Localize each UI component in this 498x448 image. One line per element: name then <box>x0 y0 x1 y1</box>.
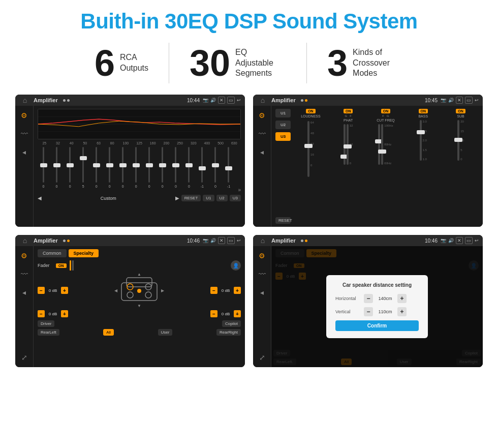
eq-prev-btn[interactable]: ◀ <box>38 195 42 201</box>
slider-thumb-7 <box>119 163 127 167</box>
bass-track[interactable] <box>420 120 422 161</box>
eq-u1-btn[interactable]: U1 <box>203 195 214 201</box>
fader-on-toggle[interactable]: ON <box>56 263 67 268</box>
stat-crossover: 3 Kinds ofCrossover Modes <box>307 45 424 81</box>
vol-down-icon-2[interactable]: ◂ <box>257 146 268 158</box>
eq-reset-btn[interactable]: RESET <box>181 195 201 201</box>
eq-slider-15[interactable]: -1 <box>223 147 234 193</box>
bat-icon: ▭ <box>465 97 473 104</box>
rearleft-btn[interactable]: RearLeft <box>38 329 59 336</box>
preset-u2-btn[interactable]: U2 <box>275 121 291 129</box>
slider-val-2: 0 <box>56 185 58 188</box>
vol-icon-4: 🔊 <box>448 238 454 243</box>
fader-time: 10:46 <box>187 238 200 244</box>
horizontal-label: Horizontal <box>335 296 361 301</box>
vertical-minus-btn[interactable]: − <box>364 307 373 316</box>
eq-icon-4[interactable]: ⚙ <box>257 250 268 261</box>
eq-slider-4[interactable]: 5 <box>77 147 89 193</box>
sub-track[interactable] <box>457 120 459 161</box>
horizontal-minus-btn[interactable]: − <box>364 294 373 303</box>
eq-slider-1[interactable]: 0 <box>38 147 49 193</box>
specialty-tab[interactable]: Specialty <box>69 249 99 257</box>
eq-preset-label: Custom <box>44 196 173 201</box>
fader-user-icon[interactable]: 👤 <box>231 260 241 271</box>
eq-slider-7[interactable]: 0 <box>117 147 129 193</box>
volume-down-icon[interactable]: ◂ <box>19 146 30 158</box>
svg-rect-5 <box>127 278 152 287</box>
slider-thumb-3 <box>67 163 74 167</box>
db-plus-1[interactable]: + <box>61 287 68 294</box>
db-minus-1[interactable]: − <box>38 287 45 294</box>
eq-slider-2[interactable]: 0 <box>51 147 63 193</box>
eq-u3-btn[interactable]: U3 <box>230 195 241 201</box>
eq-slider-14[interactable]: 0 <box>209 147 221 193</box>
eq-next-btn[interactable]: ▶ <box>175 195 179 201</box>
slider-val-7: 0 <box>122 185 124 188</box>
eq-slider-10[interactable]: 0 <box>157 147 168 193</box>
phat-thumb-f <box>344 144 352 148</box>
rearright-btn[interactable]: RearRight <box>216 329 241 336</box>
eq-slider-3[interactable]: 0 <box>64 147 76 193</box>
db-plus-2[interactable]: + <box>61 310 68 317</box>
preset-u3-btn[interactable]: U3 <box>275 132 291 141</box>
db-minus-r1[interactable]: − <box>210 287 217 294</box>
eq-slider-6[interactable]: 0 <box>104 147 115 193</box>
vertical-plus-btn[interactable]: + <box>397 307 407 316</box>
user-btn[interactable]: User <box>158 329 173 336</box>
freq-630: 630 <box>227 141 241 145</box>
cutfreq-track1[interactable] <box>378 124 380 165</box>
expand-icon-3[interactable]: ⤢ <box>19 352 30 363</box>
confirm-button[interactable]: Confirm <box>335 320 419 331</box>
copilot-btn[interactable]: Copilot <box>222 320 241 327</box>
db-plus-r1[interactable]: + <box>234 287 241 294</box>
common-tab[interactable]: Common <box>38 249 67 257</box>
back-icon-3: ↩ <box>237 238 241 243</box>
all-btn[interactable]: All <box>103 329 114 336</box>
loudness-title: LOUDNESS <box>301 114 321 118</box>
ddot2 <box>305 240 307 242</box>
fader-status-dots <box>63 240 70 242</box>
wave-icon-4[interactable]: 〰 <box>257 268 268 280</box>
cutfreq-track2[interactable] <box>381 124 383 165</box>
db-minus-r2[interactable]: − <box>210 310 217 317</box>
driver-btn[interactable]: Driver <box>38 320 54 327</box>
loudness-track[interactable] <box>307 121 309 177</box>
slider-track-14 <box>214 147 216 183</box>
crossover-main: U1 U2 U3 RESET ON LOUDNES <box>271 106 483 227</box>
distance-time: 10:46 <box>425 238 438 244</box>
eq-icon-2[interactable]: ⚙ <box>257 110 268 121</box>
stat-label-eq: EQ AdjustableSegments <box>235 47 286 79</box>
crossover-sidebar: ⚙ 〰 ◂ <box>253 106 271 227</box>
phat-track-f[interactable] <box>347 124 349 165</box>
eq-slider-11[interactable]: 0 <box>170 147 181 193</box>
db-minus-2[interactable]: − <box>38 310 45 317</box>
eq-slider-13[interactable]: -1 <box>196 147 208 193</box>
dialog-title: Car speaker distance setting <box>335 282 419 288</box>
slider-val-10: 0 <box>162 185 164 188</box>
stats-row: 6 RCAOutputs 30 EQ AdjustableSegments 3 … <box>15 43 483 83</box>
preset-u1-btn[interactable]: U1 <box>275 109 291 117</box>
stat-number-rca: 6 <box>95 45 115 81</box>
eq-slider-12[interactable]: 0 <box>183 147 195 193</box>
crossover-reset-btn[interactable]: RESET <box>275 217 291 224</box>
eq-u2-btn[interactable]: U2 <box>216 195 228 201</box>
eq-slider-9[interactable]: 0 <box>143 147 155 193</box>
wave-icon-3[interactable]: 〰 <box>19 268 30 280</box>
wave-icon-2[interactable]: 〰 <box>257 128 268 139</box>
slider-thumb-1 <box>40 163 47 167</box>
eq-icon-3[interactable]: ⚙ <box>19 250 30 261</box>
expand-icon-4[interactable]: ⤢ <box>257 352 268 363</box>
db-plus-r2[interactable]: + <box>234 310 241 317</box>
eq-icon[interactable]: ⚙ <box>19 110 30 121</box>
slider-thumb-11 <box>172 163 179 167</box>
horizontal-plus-btn[interactable]: + <box>397 294 407 303</box>
sub-col: ON SUB 20151050 <box>443 109 479 224</box>
eq-slider-8[interactable]: 0 <box>130 147 142 193</box>
wave-icon[interactable]: 〰 <box>19 128 30 139</box>
fader-label: Fader <box>38 263 53 268</box>
vol-down-icon-4[interactable]: ◂ <box>257 287 268 298</box>
eq-slider-5[interactable]: 0 <box>90 147 102 193</box>
crossover-screen-content: ⚙ 〰 ◂ U1 U2 U3 RESET <box>253 106 483 227</box>
vol-down-icon-3[interactable]: ◂ <box>19 287 30 298</box>
freq-500: 500 <box>214 141 228 145</box>
